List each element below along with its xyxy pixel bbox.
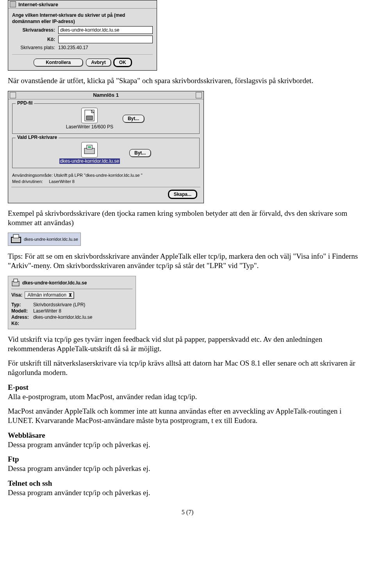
window-title: Namnlös 1 (93, 92, 119, 98)
ppd-name: LaserWriter 16/600 PS (66, 124, 113, 130)
paragraph-8: Dessa program använder tcp/ip och påverk… (8, 441, 150, 449)
info-printer-name: dkes-undre-korridor.ldc.lu.se (22, 280, 87, 286)
paragraph-3: Tips: För att se om en skrivbordsskrivar… (8, 252, 367, 270)
svg-rect-2 (86, 116, 93, 120)
cancel-button[interactable]: Avbryt (86, 59, 111, 66)
paragraph-5: För utskrift till nätverkslaserskrivare … (8, 359, 367, 377)
dialog-body: Ange vilken Internet-skrivare du skriver… (8, 9, 157, 70)
input-queue[interactable] (58, 36, 153, 43)
type-value: Skrivbordsskrivare (LPR) (33, 302, 85, 307)
dialog-title: Internet-skrivare (18, 2, 58, 7)
dialog-titlebar: Internet-skrivare (8, 0, 157, 9)
svg-rect-9 (14, 279, 18, 282)
info-panel: dkes-undre-korridor.ldc.lu.se Visa: Allm… (8, 276, 136, 329)
input-address[interactable]: dkes-undre-korridor.ldc.lu.se (58, 26, 153, 34)
paragraph-2: Exempel på skrivbordsskrivare (den tjock… (8, 209, 367, 227)
webb-block: Webbläsare Dessa program använder tcp/ip… (8, 431, 367, 449)
label-address: Skrivaradress: (12, 27, 58, 33)
svg-rect-5 (88, 146, 91, 148)
addr-key: Adress: (11, 314, 33, 320)
show-value: Allmän information (27, 292, 66, 298)
lpr-printer-name: dkes-undre-korridor.ldc.lu.se (59, 158, 120, 164)
change-lpr-button[interactable]: Byt... (129, 149, 151, 157)
ftp-block: Ftp Dessa program använder tcp/ip och på… (8, 455, 367, 473)
chip-label: dkes-undre-korridor.ldc.lu.se (24, 237, 78, 242)
usage-line: Användningsområde: Utskrift på LPR "dkes… (8, 172, 204, 178)
heading-epost: E-post (8, 383, 29, 391)
create-button[interactable]: Skapa... (169, 190, 196, 198)
driver-line: Med drivrutinen: LaserWriter 8 (8, 178, 204, 185)
internet-printer-dialog: Internet-skrivare Ange vilken Internet-s… (8, 0, 157, 71)
heading-ftp: Ftp (8, 455, 19, 463)
label-queue: Kö: (12, 37, 58, 42)
window-titlebar: Namnlös 1 (8, 91, 204, 99)
ppd-document-icon (81, 108, 98, 123)
show-select[interactable]: Allmän information (25, 291, 73, 298)
dialog-instruction: Ange vilken Internet-skrivare du skriver… (12, 12, 153, 25)
ppd-legend: PPD-fil (16, 100, 34, 106)
paragraph-6: Alla e-postprogram, utom MacPost, använd… (8, 393, 197, 401)
driver-label: Med drivrutinen: (12, 179, 43, 184)
desktop-printer-icon (11, 234, 21, 244)
zoom-box-icon[interactable] (196, 92, 202, 98)
lpr-fieldset: Vald LPR-skrivare dkes-undre-korridor.ld… (12, 138, 200, 168)
paragraph-4: Vid utskrift via tcp/ip ges tyvärr ingen… (8, 335, 367, 354)
dialog-button-row: Kontrollera Avbryt OK (12, 54, 153, 66)
page-number: 5 (7) (8, 509, 367, 516)
namnlos-window: Namnlös 1 PPD-fil LaserWriter 16/600 PS … (8, 91, 204, 203)
show-row: Visa: Allmän information (11, 291, 132, 298)
change-ppd-button[interactable]: Byt... (123, 115, 144, 123)
close-box-icon[interactable] (10, 92, 16, 98)
verify-button[interactable]: Kontrollera (34, 59, 83, 66)
paragraph-10: Dessa program använder tcp/ip och påverk… (8, 489, 150, 497)
telnet-block: Telnet och ssh Dessa program använder tc… (8, 479, 367, 497)
paragraph-1: När ovanstående är utfört, klicka på "Sk… (8, 76, 367, 85)
svg-rect-7 (13, 234, 19, 238)
addr-value: dkes-undre-korridor.ldc.lu.se (33, 314, 92, 320)
model-value: LaserWriter 8 (33, 308, 61, 314)
ok-button[interactable]: OK (114, 59, 131, 66)
ppd-fieldset: PPD-fil LaserWriter 16/600 PS Byt... (12, 103, 200, 134)
epost-block: E-post Alla e-postprogram, utom MacPost,… (8, 383, 367, 401)
label-location: Skrivarens plats: (12, 45, 58, 50)
titlebar-stripes-icon (10, 1, 16, 7)
info-header: dkes-undre-korridor.ldc.lu.se (11, 279, 132, 289)
location-value: 130.235.40.17 (58, 45, 88, 50)
paragraph-7: MacPost använder AppleTalk och kommer in… (8, 407, 367, 425)
queue-key: Kö: (11, 321, 33, 326)
desktop-printer-chip: dkes-undre-korridor.ldc.lu.se (8, 233, 81, 246)
heading-webb: Webbläsare (8, 431, 45, 439)
paragraph-9: Dessa program använder tcp/ip och påverk… (8, 464, 150, 473)
lpr-legend: Vald LPR-skrivare (16, 135, 59, 140)
heading-telnet: Telnet och ssh (8, 479, 52, 487)
show-label: Visa: (11, 292, 22, 298)
driver-value: LaserWriter 8 (49, 179, 75, 184)
model-key: Modell: (11, 308, 33, 314)
type-key: Typ: (11, 302, 33, 307)
printer-icon (81, 142, 98, 158)
info-printer-icon (11, 279, 20, 287)
